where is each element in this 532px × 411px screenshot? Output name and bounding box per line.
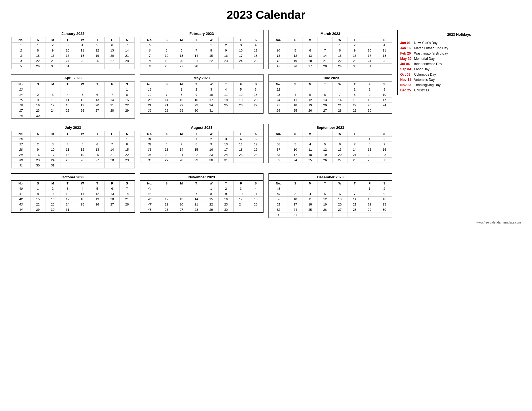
holiday-item: May 29Memorial Day — [400, 56, 518, 61]
day-header: T — [318, 37, 332, 43]
day-header: S — [377, 37, 392, 43]
day-cell — [105, 87, 120, 92]
calendar-row: 1978910111213 — [140, 92, 263, 97]
day-cell: 13 — [90, 97, 105, 103]
calendar-row: 2345678910 — [269, 92, 392, 97]
day-cell: 12 — [318, 197, 332, 202]
day-cell: 5 — [90, 186, 105, 191]
day-cell: 9 — [30, 97, 45, 103]
day-cell — [75, 163, 90, 168]
day-header: F — [105, 181, 120, 186]
day-header: W — [332, 37, 347, 43]
day-header: T — [189, 131, 204, 137]
day-cell: 23 — [219, 58, 234, 64]
day-cell: 13 — [174, 53, 189, 58]
calendar-row: 712131415161718 — [140, 53, 263, 58]
day-cell — [332, 186, 347, 191]
week-number: 10 — [269, 48, 288, 53]
week-number: 48 — [269, 186, 288, 191]
day-cell: 8 — [119, 142, 134, 147]
day-cell: 7 — [119, 186, 134, 191]
day-cell — [75, 137, 90, 142]
week-number: 22 — [269, 87, 288, 92]
day-cell: 13 — [303, 53, 318, 58]
day-cell: 15 — [174, 97, 189, 103]
week-number: 35 — [269, 137, 288, 142]
day-cell: 10 — [219, 142, 234, 147]
day-cell: 6 — [90, 92, 105, 97]
day-header: M — [45, 37, 60, 43]
day-cell: 25 — [233, 152, 248, 158]
calendar-row: 159101112131415 — [12, 97, 135, 103]
day-cell: 4 — [303, 191, 318, 197]
day-cell: 29 — [332, 64, 347, 69]
week-number: 38 — [269, 152, 288, 158]
day-cell: 6 — [159, 142, 174, 147]
day-cell: 22 — [204, 58, 219, 64]
day-cell: 11 — [60, 97, 75, 103]
day-cell: 3 — [219, 137, 234, 142]
holiday-date: Feb 20 — [400, 52, 412, 55]
week-no-header: No. — [140, 82, 159, 87]
month-block-july-2023: July 2023No.SMTWTFS261272345678289101112… — [11, 124, 135, 168]
day-cell — [233, 108, 248, 113]
week-number: 51 — [269, 202, 288, 207]
day-cell: 27 — [318, 108, 332, 113]
day-cell: 5 — [75, 142, 90, 147]
day-cell — [332, 137, 347, 142]
calendar-row: 3112345 — [140, 137, 263, 142]
week-number: 44 — [12, 207, 30, 212]
calendar-row: 1112131415161718 — [269, 53, 392, 58]
day-cell: 10 — [288, 147, 303, 152]
day-cell: 28 — [159, 108, 174, 113]
day-cell: 12 — [318, 147, 332, 152]
day-cell: 27 — [174, 207, 189, 212]
day-cell: 24 — [60, 202, 75, 207]
day-cell — [45, 87, 60, 92]
day-cell: 6 — [105, 186, 120, 191]
calendar-row: 441234 — [140, 186, 263, 191]
holiday-name: Columbus Day — [414, 73, 436, 76]
calendar-row: 41891011121314 — [12, 191, 135, 197]
day-cell: 12 — [90, 48, 105, 53]
day-cell — [303, 186, 318, 191]
month-title: March 2023 — [269, 30, 392, 37]
week-number: 3 — [12, 53, 30, 58]
day-cell — [119, 163, 134, 168]
day-cell — [174, 43, 189, 48]
day-cell: 25 — [60, 158, 75, 163]
day-cell: 28 — [119, 58, 134, 64]
week-number: 42 — [12, 197, 30, 202]
holiday-item: Dec 25Christmas — [400, 88, 518, 93]
day-cell: 14 — [119, 48, 134, 53]
day-cell: 25 — [303, 158, 318, 163]
day-cell: 5 — [248, 137, 263, 142]
day-cell: 19 — [318, 152, 332, 158]
day-cell: 13 — [174, 197, 189, 202]
day-cell: 11 — [75, 191, 90, 197]
day-cell — [318, 186, 332, 191]
day-cell: 10 — [60, 48, 75, 53]
week-no-header: No. — [12, 37, 30, 43]
day-cell: 14 — [332, 97, 347, 103]
day-cell: 30 — [219, 207, 234, 212]
day-cell: 14 — [119, 191, 134, 197]
day-cell: 21 — [159, 103, 174, 108]
day-cell: 10 — [377, 92, 392, 97]
day-cell: 31 — [219, 158, 234, 163]
day-cell — [248, 108, 263, 113]
day-header: S — [30, 181, 45, 186]
day-cell: 7 — [332, 92, 347, 97]
day-header: F — [233, 82, 248, 87]
day-cell: 27 — [105, 58, 120, 64]
day-cell: 26 — [318, 158, 332, 163]
day-cell: 11 — [303, 147, 318, 152]
day-cell — [233, 64, 248, 69]
day-header: M — [303, 181, 318, 186]
day-cell: 7 — [159, 92, 174, 97]
day-cell — [288, 137, 303, 142]
day-header: S — [288, 131, 303, 137]
day-header: F — [233, 37, 248, 43]
day-cell: 13 — [332, 147, 347, 152]
calendar-row: 142345678 — [12, 92, 135, 97]
